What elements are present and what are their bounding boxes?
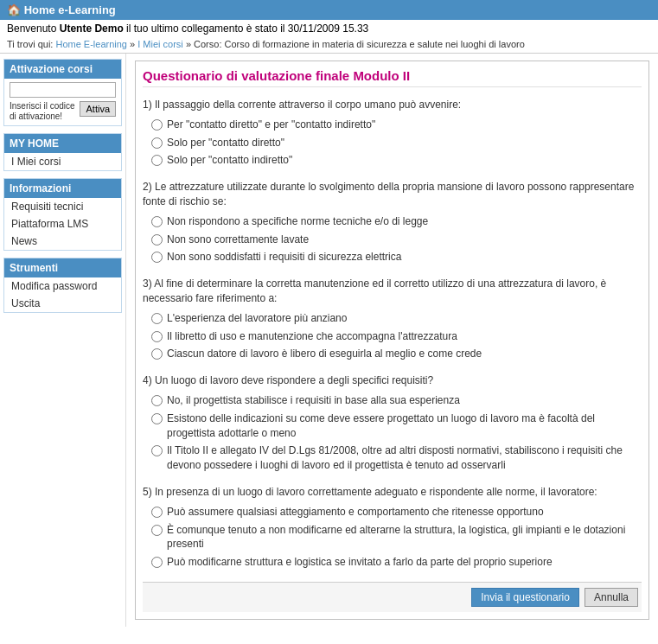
question-text-2: 2) Le attrezzature utilizzate durante lo…: [143, 180, 642, 209]
welcome-text-after: il tuo ultimo collegamento è stato il 30…: [124, 22, 369, 35]
informazioni-section: Informazioni Requisiti tecnici Piattafor…: [3, 178, 122, 251]
option-label: Non rispondono a specifiche norme tecnic…: [167, 214, 428, 229]
option-item: Non sono correttamente lavate: [151, 233, 642, 247]
option-label: Non sono correttamente lavate: [167, 233, 309, 247]
cancel-button[interactable]: Annulla: [585, 588, 638, 607]
question-text-3: 3) Al fine di determinare la corretta ma…: [143, 277, 642, 306]
option-radio-q3-0[interactable]: [151, 313, 163, 324]
strumenti-title: Strumenti: [4, 258, 121, 277]
question-text-5: 5) In presenza di un luogo di lavoro cor…: [143, 485, 642, 500]
option-radio-q4-2[interactable]: [151, 445, 163, 456]
breadcrumb: Ti trovi qui: Home E-learning » I Miei c…: [0, 37, 658, 54]
option-item: Esistono delle indicazioni su come deve …: [151, 411, 642, 441]
option-item: Ciascun datore di lavoro è libero di ese…: [151, 347, 642, 361]
app-header: 🏠 Home e-Learning: [0, 0, 658, 20]
option-label: L'esperienza del lavoratore più anziano: [167, 311, 347, 326]
option-radio-q1-2[interactable]: [151, 155, 163, 166]
option-item: Il libretto di uso e manutenzione che ac…: [151, 329, 642, 344]
options-list-4: No, il progettista stabilisce i requisit…: [143, 393, 642, 473]
option-item: No, il progettista stabilisce i requisit…: [151, 393, 642, 408]
sidebar-item-uscita[interactable]: Uscita: [4, 295, 121, 312]
sidebar-item-news[interactable]: News: [4, 233, 121, 250]
activation-button[interactable]: Attiva: [80, 101, 116, 117]
activation-title: Attivazione corsi: [4, 60, 121, 79]
option-label: Può assumere qualsiasi atteggiamento e c…: [167, 505, 544, 520]
question-5: 5) In presenza di un luogo di lavoro cor…: [143, 485, 642, 570]
option-label: Non sono soddisfatti i requisiti di sicu…: [167, 250, 401, 265]
option-label: Il Titolo II e allegato IV del D.Lgs 81/…: [167, 443, 642, 473]
option-label: È comunque tenuto a non modificarne ed a…: [167, 523, 642, 552]
sidebar-item-piattaforma[interactable]: Piattaforma LMS: [4, 215, 121, 233]
option-item: Può assumere qualsiasi atteggiamento e c…: [151, 505, 642, 520]
breadcrumb-label: Ti trovi qui:: [7, 39, 55, 49]
option-item: È comunque tenuto a non modificarne ed a…: [151, 523, 642, 552]
informazioni-title: Informazioni: [4, 179, 121, 198]
option-item: Per "contatto diretto" e per "contatto i…: [151, 118, 642, 132]
option-radio-q3-1[interactable]: [151, 331, 163, 342]
question-text-4: 4) Un luogo di lavoro deve rispondere a …: [143, 373, 642, 388]
options-list-1: Per "contatto diretto" e per "contatto i…: [143, 118, 642, 168]
option-label: Solo per "contatto indiretto": [167, 153, 292, 168]
option-label: Ciascun datore di lavoro è libero di ese…: [167, 347, 482, 361]
option-label: Esistono delle indicazioni su come deve …: [167, 411, 642, 441]
option-item: Non sono soddisfatti i requisiti di sicu…: [151, 250, 642, 265]
option-item: Solo per "contatto diretto": [151, 136, 642, 150]
welcome-user: Utente Demo: [60, 22, 124, 35]
header-icon: 🏠: [7, 3, 21, 16]
question-1: 1) Il passaggio della corrente attravers…: [143, 98, 642, 168]
options-list-3: L'esperienza del lavoratore più anzianoI…: [143, 311, 642, 361]
option-item: Non rispondono a specifiche norme tecnic…: [151, 214, 642, 229]
option-radio-q5-1[interactable]: [151, 525, 163, 536]
option-radio-q5-0[interactable]: [151, 507, 163, 518]
footer-buttons: Invia il questionario Annulla: [143, 582, 642, 612]
question-2: 2) Le attrezzature utilizzate durante lo…: [143, 180, 642, 265]
main-content: Questionario di valutazione finale Modul…: [125, 54, 658, 627]
option-radio-q3-2[interactable]: [151, 348, 163, 360]
welcome-bar: Benvenuto Utente Demo il tuo ultimo coll…: [0, 20, 658, 37]
option-radio-q2-0[interactable]: [151, 216, 163, 227]
option-label: No, il progettista stabilisce i requisit…: [167, 393, 460, 408]
welcome-text-before: Benvenuto: [7, 22, 60, 35]
option-radio-q1-1[interactable]: [151, 137, 163, 149]
breadcrumb-miei-corsi[interactable]: I Miei corsi: [137, 39, 183, 49]
question-4: 4) Un luogo di lavoro deve rispondere a …: [143, 373, 642, 473]
options-list-5: Può assumere qualsiasi atteggiamento e c…: [143, 505, 642, 570]
sidebar-item-modifica-password[interactable]: Modifica password: [4, 277, 121, 295]
option-item: L'esperienza del lavoratore più anziano: [151, 311, 642, 326]
option-radio-q5-2[interactable]: [151, 557, 163, 568]
header-title: Home e-Learning: [24, 3, 116, 16]
quiz-container: Questionario di valutazione finale Modul…: [135, 61, 649, 620]
my-home-title: MY HOME: [4, 134, 121, 153]
option-label: Per "contatto diretto" e per "contatto i…: [167, 118, 375, 132]
sidebar: Attivazione corsi Inserisci il codice di…: [0, 54, 125, 627]
questions-container: 1) Il passaggio della corrente attravers…: [143, 98, 642, 570]
strumenti-section: Strumenti Modifica password Uscita: [3, 258, 122, 313]
submit-button[interactable]: Invia il questionario: [471, 588, 579, 607]
option-item: Il Titolo II e allegato IV del D.Lgs 81/…: [151, 443, 642, 473]
breadcrumb-home[interactable]: Home E-learning: [55, 39, 127, 49]
option-radio-q2-2[interactable]: [151, 252, 163, 263]
breadcrumb-current: Corso: Corso di formazione in materia di…: [194, 39, 525, 49]
option-radio-q4-0[interactable]: [151, 395, 163, 406]
quiz-title: Questionario di valutazione finale Modul…: [143, 68, 642, 87]
option-item: Solo per "contatto indiretto": [151, 153, 642, 168]
option-item: Può modificarne struttura e logistica se…: [151, 555, 642, 570]
sidebar-item-requisiti[interactable]: Requisiti tecnici: [4, 198, 121, 215]
activation-box: Attivazione corsi Inserisci il codice di…: [3, 59, 122, 126]
sidebar-item-miei-corsi[interactable]: I Miei corsi: [4, 153, 121, 170]
my-home-section: MY HOME I Miei corsi: [3, 133, 122, 171]
activation-hint: Inserisci il codice di attivazione!: [10, 101, 76, 122]
option-label: Il libretto di uso e manutenzione che ac…: [167, 329, 457, 344]
option-label: Può modificarne struttura e logistica se…: [167, 555, 553, 570]
question-text-1: 1) Il passaggio della corrente attravers…: [143, 98, 642, 112]
option-radio-q4-1[interactable]: [151, 413, 163, 424]
option-label: Solo per "contatto diretto": [167, 136, 284, 150]
option-radio-q2-1[interactable]: [151, 234, 163, 245]
options-list-2: Non rispondono a specifiche norme tecnic…: [143, 214, 642, 265]
activation-code-input[interactable]: [10, 82, 116, 98]
option-radio-q1-0[interactable]: [151, 119, 163, 131]
question-3: 3) Al fine di determinare la corretta ma…: [143, 277, 642, 361]
